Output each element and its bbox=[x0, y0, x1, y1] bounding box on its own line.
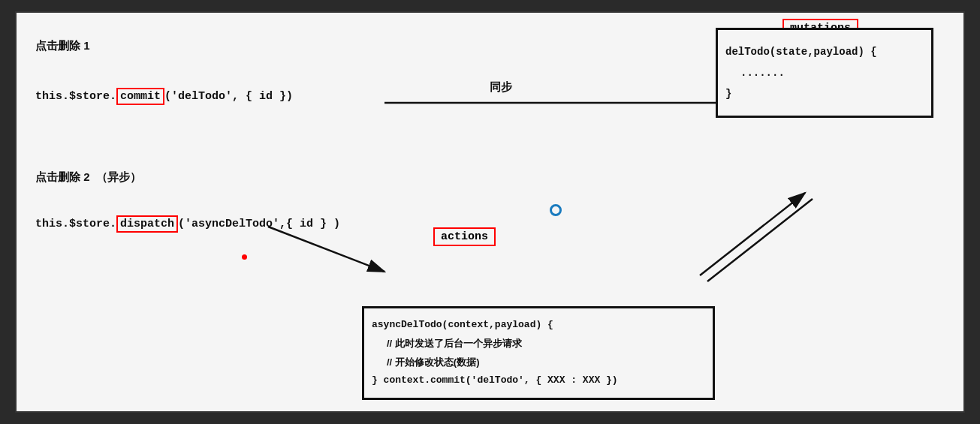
svg-line-3 bbox=[700, 193, 805, 275]
sync-label: 同步 bbox=[490, 80, 512, 95]
mutations-content: delTodo(state,payload) { ....... } bbox=[718, 30, 931, 116]
red-dot bbox=[242, 254, 247, 260]
section1-code-line: this.$store. commit ('delTodo', { id }) bbox=[35, 88, 293, 105]
section1-heading: 点击删除 1 bbox=[35, 39, 90, 53]
mutations-line3: } bbox=[725, 83, 924, 104]
main-canvas: 点击删除 1 this.$store. commit ('delTodo', {… bbox=[15, 11, 965, 413]
mutations-line1: delTodo(state,payload) { bbox=[725, 41, 924, 62]
actions-line4: } context.commit('delTodo', { XXX : XXX … bbox=[372, 371, 705, 390]
actions-line3: // 开始修改状态(数据) bbox=[372, 353, 705, 372]
actions-line1: asyncDelTodo(context,payload) { bbox=[372, 316, 705, 335]
dispatch-highlight: dispatch bbox=[116, 215, 178, 233]
mutations-box: delTodo(state,payload) { ....... } bbox=[716, 28, 933, 118]
actions-content: asyncDelTodo(context,payload) { // 此时发送了… bbox=[364, 308, 713, 398]
svg-line-4 bbox=[707, 199, 813, 281]
commit-highlight: commit bbox=[116, 88, 164, 105]
actions-label: actions bbox=[433, 227, 496, 246]
section2-heading: 点击删除 2 （异步） bbox=[35, 170, 141, 185]
section2-code-line: this.$store. dispatch ('asyncDelTodo',{ … bbox=[35, 215, 340, 233]
mutations-line2: ....... bbox=[725, 62, 924, 83]
actions-box: asyncDelTodo(context,payload) { // 此时发送了… bbox=[362, 306, 715, 400]
actions-line2: // 此时发送了后台一个异步请求 bbox=[372, 335, 705, 353]
blue-dot bbox=[550, 204, 562, 216]
svg-line-2 bbox=[268, 227, 384, 272]
